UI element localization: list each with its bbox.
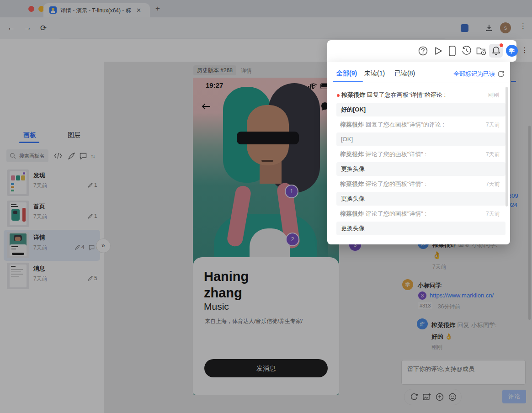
notif-author: 榨菜很炸 (340, 151, 364, 158)
notif-quote[interactable]: [OK] (336, 132, 505, 146)
notifications-popup: 全部(9) 未读(1) 已读(8) 全部标记为已读 榨菜很炸 回复了您在画板"详… (327, 62, 510, 244)
notif-quote[interactable]: 更换头像 (336, 162, 505, 176)
notification-title: 榨菜很炸 回复了您在画板"详情"的评论 : (341, 91, 446, 99)
notification-title: 榨菜很炸 回复了您在画板"详情"的评论 : (340, 121, 444, 129)
help-icon[interactable] (418, 46, 428, 56)
notif-quote[interactable]: 好的[OK] (336, 103, 505, 116)
notif-tab-all[interactable]: 全部(9) (336, 69, 357, 78)
divider (327, 83, 510, 83)
notif-action: 评论了您的画板"详情" : (366, 210, 426, 217)
notif-time: 7天前 (486, 180, 500, 188)
popup-scrollbar[interactable] (505, 87, 508, 206)
notif-tab-unread[interactable]: 未读(1) (364, 69, 385, 78)
refresh-icon[interactable] (497, 70, 505, 77)
play-icon[interactable] (434, 46, 443, 56)
mark-all-read-button[interactable]: 全部标记为已读 (453, 70, 495, 78)
notif-tab-read[interactable]: 已读(8) (394, 69, 415, 78)
notif-action: 评论了您的画板"详情" : (366, 151, 426, 158)
notif-time: 7天前 (486, 151, 500, 159)
history-icon[interactable] (462, 46, 472, 56)
notif-time: 刚刚 (488, 91, 499, 99)
notif-author: 榨菜很炸 (340, 210, 364, 217)
notification-title: 榨菜很炸 评论了您的画板"详情" : (340, 210, 426, 218)
bell-icon (492, 46, 500, 55)
notif-quote[interactable]: 更换头像 (336, 192, 505, 206)
notification-title: 榨菜很炸 评论了您的画板"详情" : (340, 150, 426, 159)
mobile-preview-icon[interactable] (449, 46, 456, 56)
notification-title: 榨菜很炸 评论了您的画板"详情" : (340, 180, 426, 188)
notif-quote[interactable]: 更换头像 (336, 222, 505, 235)
screen: 详情 - 演示 - T-linux(x64) - 标 ✕ + ← → ⟳ 不安全… (0, 0, 532, 413)
notif-active-underline (333, 81, 363, 82)
top-icons-band (327, 40, 516, 62)
notif-author: 榨菜很炸 (340, 180, 364, 187)
notif-action: 回复了您在画板"详情"的评论 : (367, 91, 446, 98)
notif-author: 榨菜很炸 (341, 91, 365, 98)
notif-author: 榨菜很炸 (340, 121, 364, 128)
project-folder-icon[interactable] (476, 46, 487, 56)
notification-unread-dot (499, 43, 504, 48)
user-avatar[interactable]: 学 (506, 45, 518, 57)
unread-dot (337, 94, 340, 97)
notif-action: 回复了您在画板"详情"的评论 : (366, 121, 444, 128)
notif-time: 7天前 (486, 210, 500, 218)
notif-action: 评论了您的画板"详情" : (366, 180, 426, 187)
notif-time: 7天前 (486, 121, 500, 129)
